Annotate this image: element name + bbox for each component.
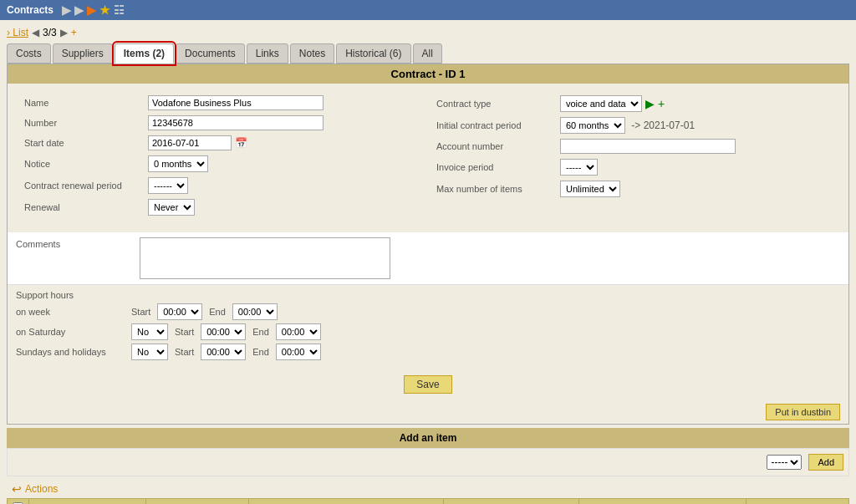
title-text: Contracts — [7, 4, 54, 16]
initial-period-select[interactable]: 60 months 12 months 24 months — [560, 117, 625, 134]
calendar-icon[interactable]: 📅 — [235, 137, 247, 149]
tab-all[interactable]: All — [413, 43, 442, 64]
actions-text: Actions — [25, 483, 58, 495]
end-week-select[interactable]: 00:00 — [232, 303, 278, 320]
nav-next[interactable]: ▶ — [60, 27, 68, 38]
nav-icon-1[interactable]: ▶ — [62, 3, 71, 17]
max-items-label: Max number of items — [436, 184, 553, 194]
add-item-section: Add an item — [7, 428, 849, 448]
sundays-end-label: End — [252, 347, 269, 357]
nav-pos: 3/3 — [43, 27, 57, 38]
add-button[interactable]: Add — [808, 454, 843, 471]
tab-items[interactable]: Items (2) — [115, 43, 174, 64]
end-label: End — [209, 307, 226, 317]
start-date-input[interactable] — [148, 135, 232, 150]
on-week-label: on week — [16, 307, 125, 317]
start-date-label: Start date — [24, 138, 141, 148]
contract-header: Contract - ID 1 — [8, 64, 848, 84]
col-serial: Serial number — [443, 499, 579, 505]
number-label: Number — [24, 118, 141, 128]
tab-links[interactable]: Links — [247, 43, 288, 64]
notice-select[interactable]: 0 months 1 month 3 months — [148, 155, 208, 172]
back-arrow-icon[interactable]: ↩ — [12, 482, 22, 496]
name-label: Name — [24, 98, 141, 108]
save-button[interactable]: Save — [404, 375, 451, 394]
nav-bar: › List ◀ 3/3 ▶ + — [7, 27, 849, 38]
type-icon-2[interactable]: + — [658, 97, 665, 110]
account-number-label: Account number — [436, 141, 553, 151]
nav-icon-2[interactable]: ▶ — [74, 3, 84, 17]
items-section: ↩ Actions Type Entity Name Serial number… — [7, 480, 849, 504]
add-item-select[interactable]: ----- — [767, 455, 802, 470]
contract-type-label: Contract type — [436, 99, 553, 109]
saturday-end-label: End — [252, 327, 269, 337]
sundays-label: Sundays and holidays — [16, 347, 125, 357]
col-checkbox — [8, 499, 29, 505]
saturday-start-label: Start — [175, 327, 194, 337]
contract-panel: Contract - ID 1 Name Number Start d — [7, 64, 849, 425]
number-input[interactable] — [148, 115, 324, 130]
saturday-end-select[interactable]: 00:00 — [276, 323, 321, 340]
support-title: Support hours — [16, 290, 840, 300]
start-week-select[interactable]: 00:00 — [157, 303, 202, 320]
tab-historical[interactable]: Historical (6) — [336, 43, 410, 64]
invoice-period-select[interactable]: ----- — [560, 159, 598, 176]
tab-costs[interactable]: Costs — [7, 43, 51, 64]
initial-period-label: Initial contract period — [436, 120, 553, 130]
saturday-yn-select[interactable]: NoYes — [131, 323, 168, 340]
saturday-label: on Saturday — [16, 327, 125, 337]
renewal-select[interactable]: Never Auto — [148, 199, 195, 216]
sundays-start-select[interactable]: 00:00 — [201, 344, 246, 360]
comments-label: Comments — [16, 237, 133, 249]
grid-icon[interactable]: ☷ — [114, 3, 125, 17]
col-type: Type — [29, 499, 146, 505]
nav-add[interactable]: + — [71, 27, 77, 38]
sundays-start-label: Start — [175, 347, 194, 357]
col-name: Name — [248, 499, 443, 505]
notice-label: Notice — [24, 159, 141, 169]
tabs-container: Costs Suppliers Items (2) Documents Link… — [7, 43, 849, 64]
type-icon-1[interactable]: ▶ — [645, 97, 655, 110]
tab-suppliers[interactable]: Suppliers — [53, 43, 113, 64]
renewal-period-select[interactable]: ------ — [148, 177, 188, 194]
sundays-end-select[interactable]: 00:00 — [276, 344, 321, 360]
put-in-dustbin-button[interactable]: Put in dustbin — [766, 404, 840, 420]
renewal-label: Renewal — [24, 202, 141, 212]
max-items-select[interactable]: Unlimited 10 50 — [560, 181, 620, 197]
col-inventory: Inventory number — [579, 499, 746, 505]
contract-type-select[interactable]: voice and data voice data — [560, 95, 642, 112]
tab-documents[interactable]: Documents — [176, 43, 245, 64]
col-status: Status — [746, 499, 848, 505]
invoice-period-label: Invoice period — [436, 162, 553, 172]
renewal-period-label: Contract renewal period — [24, 181, 141, 191]
name-input[interactable] — [148, 95, 324, 110]
title-bar: Contracts ▶ ▶ ▶ ★ ☷ — [0, 0, 856, 20]
list-link[interactable]: › List — [7, 27, 28, 38]
sundays-yn-select[interactable]: NoYes — [131, 344, 168, 360]
account-number-input[interactable] — [560, 139, 736, 154]
star-icon[interactable]: ★ — [99, 3, 110, 17]
nav-icon-3[interactable]: ▶ — [87, 3, 96, 17]
saturday-start-select[interactable]: 00:00 — [201, 323, 246, 340]
period-arrow: -> 2021-07-01 — [629, 120, 695, 131]
items-table: Type Entity Name Serial number Inventory… — [7, 498, 849, 504]
col-entity: Entity — [145, 499, 248, 505]
start-label: Start — [131, 307, 150, 317]
nav-prev[interactable]: ◀ — [32, 27, 39, 38]
tab-notes[interactable]: Notes — [290, 43, 334, 64]
comments-textarea[interactable] — [140, 237, 390, 279]
